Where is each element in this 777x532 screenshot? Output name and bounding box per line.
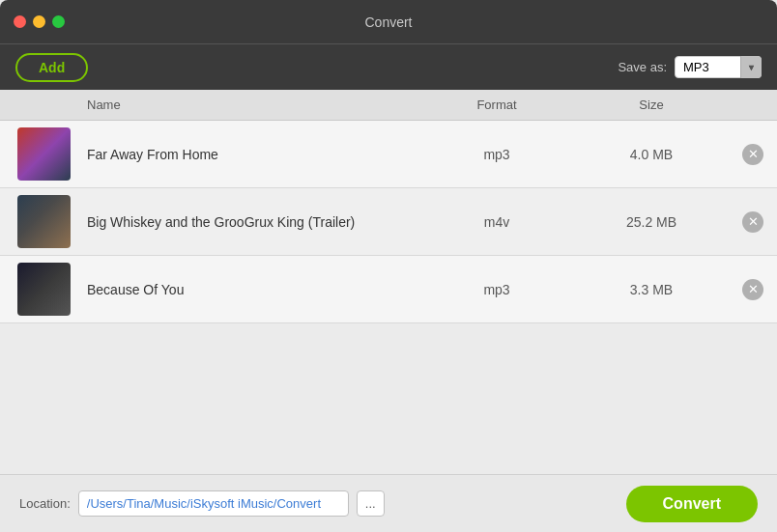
col-header-name: Name xyxy=(87,98,419,112)
file-size: 25.2 MB xyxy=(574,214,729,230)
remove-button[interactable]: ✕ xyxy=(742,279,763,300)
app-window: Convert Add Save as: MP3 MP4 M4A AAC WAV… xyxy=(0,0,777,532)
select-arrow-icon: ▼ xyxy=(740,56,762,78)
location-group: Location: ... xyxy=(19,490,385,517)
thumbnail-inner xyxy=(17,195,71,248)
minimize-button[interactable] xyxy=(33,15,45,28)
toolbar: Add Save as: MP3 MP4 M4A AAC WAV FLAC ▼ xyxy=(0,43,777,90)
file-size: 4.0 MB xyxy=(574,147,729,162)
file-name: Because Of You xyxy=(87,282,419,297)
browse-button[interactable]: ... xyxy=(357,490,385,517)
thumbnail-inner xyxy=(17,127,71,181)
empty-space xyxy=(0,323,777,474)
convert-button[interactable]: Convert xyxy=(626,486,758,522)
traffic-lights xyxy=(14,15,65,28)
file-name: Big Whiskey and the GrooGrux King (Trail… xyxy=(87,214,419,230)
col-header-format: Format xyxy=(419,98,574,112)
remove-button[interactable]: ✕ xyxy=(742,144,763,165)
file-thumbnail xyxy=(17,127,71,181)
content-area: Far Away From Home mp3 4.0 MB ✕ Big Whis… xyxy=(0,121,777,474)
add-button[interactable]: Add xyxy=(15,53,88,82)
file-name: Far Away From Home xyxy=(87,147,419,162)
maximize-button[interactable] xyxy=(52,15,65,28)
close-button[interactable] xyxy=(14,15,26,28)
window-title: Convert xyxy=(364,14,412,30)
table-row: Far Away From Home mp3 4.0 MB ✕ xyxy=(0,121,777,188)
col-header-size: Size xyxy=(574,98,729,112)
column-headers: Name Format Size xyxy=(0,90,777,121)
file-format: m4v xyxy=(419,214,574,230)
location-input[interactable] xyxy=(78,490,349,517)
file-format: mp3 xyxy=(419,282,574,297)
file-thumbnail xyxy=(17,195,71,248)
save-as-group: Save as: MP3 MP4 M4A AAC WAV FLAC ▼ xyxy=(618,56,762,78)
table-row: Because Of You mp3 3.3 MB ✕ xyxy=(0,256,777,323)
thumbnail-inner xyxy=(17,263,71,316)
titlebar: Convert xyxy=(0,0,777,43)
file-format: mp3 xyxy=(419,147,574,162)
bottombar: Location: ... Convert xyxy=(0,474,777,532)
file-thumbnail xyxy=(17,263,71,316)
format-select-wrapper[interactable]: MP3 MP4 M4A AAC WAV FLAC ▼ xyxy=(675,56,762,78)
file-size: 3.3 MB xyxy=(574,282,729,297)
location-label: Location: xyxy=(19,496,71,511)
table-row: Big Whiskey and the GrooGrux King (Trail… xyxy=(0,188,777,256)
save-as-label: Save as: xyxy=(618,60,667,74)
remove-button[interactable]: ✕ xyxy=(742,211,763,233)
file-list: Far Away From Home mp3 4.0 MB ✕ Big Whis… xyxy=(0,121,777,323)
